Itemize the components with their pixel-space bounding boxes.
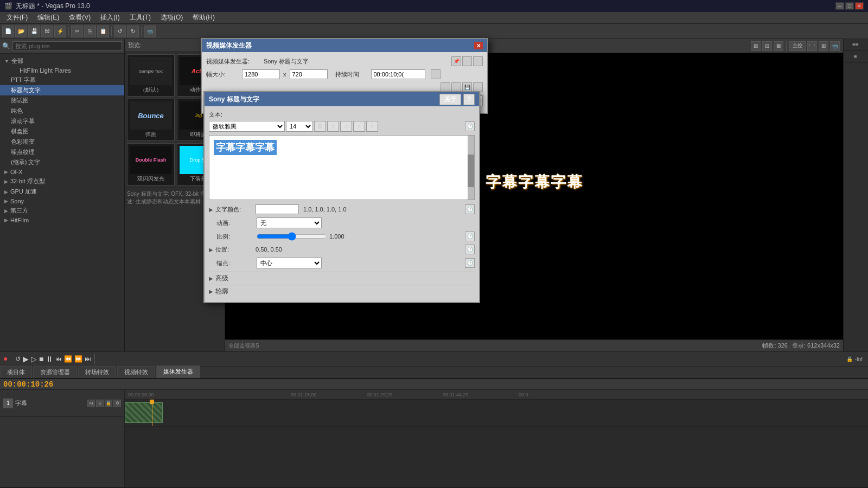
- new-button[interactable]: 📄: [2, 25, 14, 37]
- save-as-button[interactable]: 🖫: [41, 25, 53, 37]
- pd-outline-row[interactable]: ▶ 轮廓: [209, 285, 475, 298]
- menu-help[interactable]: 帮助(H): [188, 12, 219, 23]
- pd-bold-button[interactable]: B: [314, 121, 326, 132]
- pd-scale-slider[interactable]: [257, 232, 327, 241]
- tree-item-ptt[interactable]: PTT 字幕: [0, 75, 124, 85]
- transport-play[interactable]: ▶: [23, 355, 29, 363]
- transport-frame-back[interactable]: ⏪: [64, 355, 72, 363]
- pd-about-button[interactable]: 关于: [439, 94, 461, 105]
- tab-project[interactable]: 项目体: [0, 366, 32, 378]
- pd-advanced-row[interactable]: ▶ 高级: [209, 272, 475, 285]
- vp-main-label[interactable]: 主控: [789, 41, 806, 51]
- tree-item-scroll[interactable]: 滚动字幕: [0, 116, 124, 126]
- pd-text-clock-btn[interactable]: 🕐: [465, 121, 475, 131]
- track-mute-1[interactable]: M: [87, 400, 95, 407]
- vp-grid-btn[interactable]: ⋮⋮: [807, 41, 817, 51]
- tree-item-32bit[interactable]: ▶ 32-bit 浮点型: [0, 176, 124, 187]
- menu-file[interactable]: 文件(F): [2, 12, 32, 23]
- pd-italic-button[interactable]: I: [327, 121, 339, 132]
- open-button[interactable]: 📂: [15, 25, 27, 37]
- pd-anim-select[interactable]: 无: [257, 217, 322, 228]
- tree-item-title-text[interactable]: 标题与文字: [0, 85, 124, 95]
- tree-item-third-party[interactable]: ▶ 第三方: [0, 206, 124, 216]
- height-input[interactable]: [290, 69, 328, 79]
- menu-edit[interactable]: 编辑(E): [33, 12, 63, 23]
- record-btn[interactable]: ●: [3, 354, 13, 364]
- sony-title-plugin-dialog[interactable]: Sony 标题与文字 关于 ? 文本: 微软雅黑 14 B I ≡: [203, 91, 480, 303]
- paste-button[interactable]: 📋: [97, 25, 109, 37]
- tree-item-solid[interactable]: 纯色: [0, 106, 124, 116]
- tree-item-test[interactable]: 测试图: [0, 95, 124, 106]
- pd-color-clock-btn[interactable]: 🕐: [465, 204, 475, 214]
- transport-stop[interactable]: ■: [39, 355, 43, 363]
- transport-pause[interactable]: ⏸: [46, 355, 53, 363]
- pd-pos-clock-btn[interactable]: 🕐: [465, 245, 475, 254]
- tree-item-ofx[interactable]: ▶ OFX: [0, 168, 124, 176]
- tab-explorer[interactable]: 资源管理器: [33, 366, 77, 378]
- tl-clip-1[interactable]: [125, 402, 163, 423]
- tree-item-noise[interactable]: 噪点纹理: [0, 147, 124, 157]
- save-button[interactable]: 💾: [28, 25, 40, 37]
- pd-color-swatch[interactable]: [256, 204, 299, 214]
- search-input[interactable]: [12, 41, 122, 51]
- vp-btn-3[interactable]: ⊠: [774, 41, 783, 51]
- dialog-expand-btn[interactable]: ⊞: [473, 56, 483, 66]
- pd-help-button[interactable]: ?: [463, 94, 475, 105]
- render-button[interactable]: ⚡: [54, 25, 66, 37]
- pd-align-left-button[interactable]: ≡: [340, 121, 352, 132]
- tab-video-effects[interactable]: 视频特效: [117, 366, 155, 378]
- tab-media-generators[interactable]: 媒体发生器: [156, 365, 200, 378]
- duration-help[interactable]: ?: [431, 69, 441, 79]
- close-button[interactable]: ✕: [855, 2, 864, 10]
- tree-item-sony[interactable]: ▶ Sony: [0, 197, 124, 206]
- transport-step-back[interactable]: ⏮: [55, 355, 62, 363]
- undo-button[interactable]: ↺: [114, 25, 126, 37]
- pd-anchor-select[interactable]: 中心: [257, 258, 322, 268]
- menu-insert[interactable]: 插入(I): [96, 12, 124, 23]
- maximize-button[interactable]: □: [845, 2, 854, 10]
- vp-btn-1[interactable]: ⊞: [751, 41, 761, 51]
- vp-clip-btn[interactable]: 📹: [830, 41, 840, 51]
- track-settings-1[interactable]: ⚙: [113, 400, 121, 407]
- capture-button[interactable]: 📹: [144, 25, 156, 37]
- pd-size-select[interactable]: 14: [286, 121, 313, 132]
- transport-frame-fwd[interactable]: ⏩: [74, 355, 82, 363]
- pd-anchor-clock-btn[interactable]: 🕐: [465, 258, 475, 268]
- track-lock-1[interactable]: 🔒: [105, 400, 112, 407]
- pd-text-area[interactable]: 字幕字幕字幕: [209, 135, 475, 200]
- pd-font-select[interactable]: 微软雅黑: [209, 121, 285, 132]
- tree-item-hitfilm-light[interactable]: HitFilm Light Flares: [0, 66, 124, 75]
- tree-item-all[interactable]: ▼ 全部: [0, 56, 124, 66]
- minimize-button[interactable]: ─: [835, 2, 844, 10]
- transport-step-fwd[interactable]: ⏭: [85, 355, 91, 363]
- tree-item-hitfilm[interactable]: ▶ HitFilm: [0, 216, 124, 224]
- preview-thumb-default[interactable]: Sample Text （默认）: [127, 54, 175, 97]
- dialog-close-button[interactable]: ✕: [474, 42, 483, 49]
- dialog-pause-btn[interactable]: ⏸: [462, 56, 472, 66]
- menu-options[interactable]: 选项(O): [156, 12, 187, 23]
- copy-button[interactable]: ⎘: [84, 25, 96, 37]
- pd-align-center-button[interactable]: ≡: [353, 121, 365, 132]
- menu-view[interactable]: 查看(V): [65, 12, 95, 23]
- dialog-pin-btn[interactable]: 📌: [451, 56, 461, 66]
- preview-thumb-bounce[interactable]: Bounce 弹跳: [127, 99, 175, 141]
- vp-btn-2[interactable]: ⊟: [762, 41, 772, 51]
- pd-align-right-button[interactable]: ≡: [366, 121, 378, 132]
- pd-text-scrollbar[interactable]: [468, 136, 474, 200]
- tree-item-gpu[interactable]: ▶ GPU 加速: [0, 187, 124, 197]
- rst-zoom-out[interactable]: ≡: [844, 51, 867, 63]
- tree-item-checkerboard[interactable]: 棋盘图: [0, 126, 124, 137]
- transport-play-from[interactable]: ▷: [31, 355, 37, 363]
- menu-tools[interactable]: 工具(T): [125, 12, 155, 23]
- vp-frame-btn[interactable]: ⊞: [819, 41, 828, 51]
- width-input[interactable]: [242, 69, 280, 79]
- tree-item-inherit-text[interactable]: (继承) 文字: [0, 157, 124, 168]
- tab-transitions[interactable]: 转场特效: [78, 366, 116, 378]
- pd-scale-clock-btn[interactable]: 🕐: [465, 232, 475, 241]
- cut-button[interactable]: ✂: [71, 25, 83, 37]
- pd-text-content[interactable]: 字幕字幕字幕: [214, 140, 277, 155]
- tree-item-gradient[interactable]: 色彩渐变: [0, 137, 124, 147]
- track-solo-1[interactable]: S: [96, 400, 104, 407]
- redo-button[interactable]: ↻: [127, 25, 139, 37]
- transport-loop[interactable]: ↺: [15, 355, 21, 363]
